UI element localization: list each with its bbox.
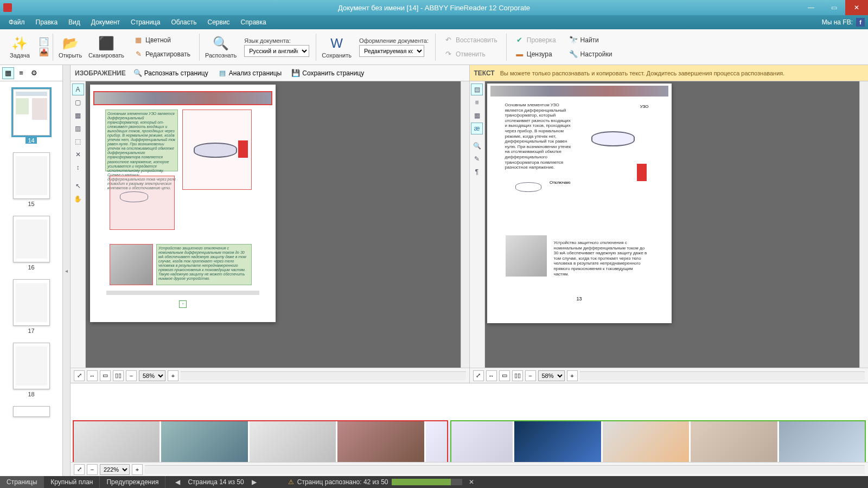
- closeup-selection-green[interactable]: [450, 420, 866, 462]
- text-expand-icon[interactable]: ⤢: [473, 370, 484, 381]
- text-zoom-in-icon[interactable]: +: [567, 370, 578, 381]
- closeup-selection-red[interactable]: [73, 420, 448, 462]
- paragraph-icon[interactable]: ¶: [471, 166, 483, 178]
- status-tab-closeup[interactable]: Крупный план: [44, 476, 100, 488]
- find-button[interactable]: 🔭Найти: [567, 35, 615, 46]
- settings-button[interactable]: 🔧Настройки: [567, 49, 615, 60]
- scan-button[interactable]: ⬛ Сканировать: [85, 35, 127, 60]
- closeup-canvas[interactable]: [71, 383, 868, 462]
- next-page-icon[interactable]: ▶: [248, 478, 260, 486]
- menu-view[interactable]: Вид: [63, 17, 86, 28]
- maximize-button[interactable]: ▭: [822, 0, 845, 15]
- image-tools: A ▢ ▦ ▥ ⬚ ✕ ↕ ↖ ✋: [71, 81, 86, 368]
- text-view-icon[interactable]: ▤: [471, 84, 483, 95]
- closeup-zoom-out-icon[interactable]: −: [87, 464, 98, 475]
- html-view-icon[interactable]: ▦: [471, 110, 483, 121]
- image-canvas[interactable]: Основным элементом УЗО является диф­фере…: [86, 81, 461, 368]
- zoom-in-icon[interactable]: +: [168, 370, 178, 381]
- splitter-left[interactable]: ◂: [63, 65, 71, 476]
- recognition-area-tool[interactable]: ⬚: [72, 136, 84, 147]
- thumbnail-list[interactable]: 14 15 16 17 18: [0, 81, 62, 476]
- thumb-19[interactable]: [13, 406, 50, 417]
- text-zoom-select[interactable]: 58%: [538, 370, 565, 381]
- thumb-14[interactable]: [13, 89, 50, 136]
- menu-document[interactable]: Документ: [86, 17, 125, 28]
- menu-help[interactable]: Справка: [235, 17, 272, 28]
- stop-recognition-icon[interactable]: ✕: [465, 478, 477, 486]
- show-chars-icon[interactable]: æ: [471, 123, 483, 134]
- new-icon[interactable]: 📄: [40, 37, 48, 46]
- thumb-grid-icon[interactable]: ▦: [2, 67, 14, 79]
- undo-icon: ↶: [444, 36, 453, 44]
- text-fit-width-icon[interactable]: ↔: [486, 370, 497, 381]
- thumb-list-icon[interactable]: ≡: [15, 67, 27, 79]
- thumb-17[interactable]: [13, 279, 50, 326]
- text-pane-title: ТЕКСТ: [474, 69, 495, 77]
- close-button[interactable]: ✕: [845, 0, 868, 15]
- thumb-16[interactable]: [13, 216, 50, 262]
- analyze-page-button[interactable]: ▤Анализ страницы: [216, 68, 284, 79]
- toolbar: ✨ Задача 📄 📤 📂 Открыть ⬛ Сканировать ▦ Ц…: [0, 29, 868, 65]
- status-tab-pages[interactable]: Страницы: [0, 476, 44, 488]
- text-scroll-v[interactable]: [859, 81, 868, 368]
- image-scroll-v[interactable]: [461, 81, 469, 368]
- text-props-icon[interactable]: ✎: [471, 153, 483, 165]
- plain-view-icon[interactable]: ≡: [471, 97, 483, 108]
- closeup-expand-icon[interactable]: ⤢: [74, 464, 85, 475]
- hand-tool[interactable]: ✋: [72, 193, 84, 205]
- read-button[interactable]: 🔍 Распознать: [202, 35, 240, 60]
- menu-area[interactable]: Область: [165, 17, 202, 28]
- closeup-scroll-h[interactable]: [145, 465, 865, 474]
- menu-page[interactable]: Страница: [125, 17, 165, 28]
- export-icon[interactable]: 📤: [40, 48, 48, 56]
- image-scroll-h[interactable]: [181, 371, 466, 380]
- menu-file[interactable]: Файл: [3, 17, 30, 28]
- status-tab-warnings[interactable]: Предупреждения: [100, 476, 165, 488]
- pointer-tool[interactable]: ↖: [72, 180, 84, 192]
- thumb-18[interactable]: [13, 343, 50, 389]
- text-scroll-h[interactable]: [580, 371, 865, 380]
- censor-button[interactable]: ▬Цензура: [513, 49, 558, 60]
- open-button[interactable]: 📂 Открыть: [55, 35, 85, 60]
- cancel-button[interactable]: ↷Отменить: [442, 49, 500, 60]
- menu-service[interactable]: Сервис: [202, 17, 235, 28]
- menubar: Файл Правка Вид Документ Страница Област…: [0, 15, 868, 29]
- thumb-settings-icon[interactable]: ⚙: [28, 67, 40, 79]
- facebook-icon[interactable]: f: [856, 18, 865, 27]
- zoom-out-icon[interactable]: −: [126, 370, 137, 381]
- picture-area-tool[interactable]: ▢: [72, 97, 84, 108]
- verify-button[interactable]: ✔Проверка: [513, 35, 558, 46]
- order-tool[interactable]: ↕: [72, 162, 84, 174]
- text-zoom-icon[interactable]: 🔍: [471, 140, 483, 152]
- expand-up-icon[interactable]: ⤢: [74, 370, 85, 381]
- menu-edit[interactable]: Правка: [30, 17, 63, 28]
- text-canvas[interactable]: Основным элементом УЗО является дифферен…: [485, 81, 860, 368]
- closeup-zoom-select[interactable]: 222%: [100, 464, 130, 475]
- save-page-button[interactable]: 💾Сохранить страницу: [289, 68, 366, 79]
- language-select[interactable]: Русский и английский: [244, 45, 309, 57]
- edit-image-button[interactable]: ✎ Редактировать: [132, 49, 193, 60]
- barcode-tool[interactable]: ▥: [72, 123, 84, 134]
- table-area-tool[interactable]: ▦: [72, 110, 84, 121]
- thumb-15[interactable]: [13, 152, 50, 199]
- image-zoom-select[interactable]: 58%: [139, 370, 165, 381]
- closeup-zoom-in-icon[interactable]: +: [132, 464, 143, 475]
- read-page-button[interactable]: 🔍Распознать страницу: [131, 68, 210, 79]
- page-number: 13: [576, 296, 582, 301]
- restore-button[interactable]: ↶Восстановить: [442, 35, 500, 46]
- titlebar: Документ без имени [14] - ABBYY FineRead…: [0, 0, 868, 15]
- two-page-icon[interactable]: ▯▯: [113, 370, 124, 381]
- text-area-tool[interactable]: A: [72, 84, 84, 95]
- prev-page-icon[interactable]: ◀: [172, 478, 183, 486]
- save-button[interactable]: W Сохранить: [318, 35, 355, 60]
- minimize-button[interactable]: —: [800, 0, 822, 15]
- fit-width-icon[interactable]: ↔: [87, 370, 98, 381]
- delete-area-tool[interactable]: ✕: [72, 149, 84, 160]
- text-two-page-icon[interactable]: ▯▯: [512, 370, 523, 381]
- fit-page-icon[interactable]: ▭: [100, 370, 111, 381]
- text-fit-page-icon[interactable]: ▭: [499, 370, 510, 381]
- task-button[interactable]: ✨ Задача: [7, 35, 33, 60]
- layout-select[interactable]: Редактируемая копия: [359, 45, 424, 57]
- color-mode-button[interactable]: ▦ Цветной: [132, 35, 193, 46]
- text-zoom-out-icon[interactable]: −: [525, 370, 536, 381]
